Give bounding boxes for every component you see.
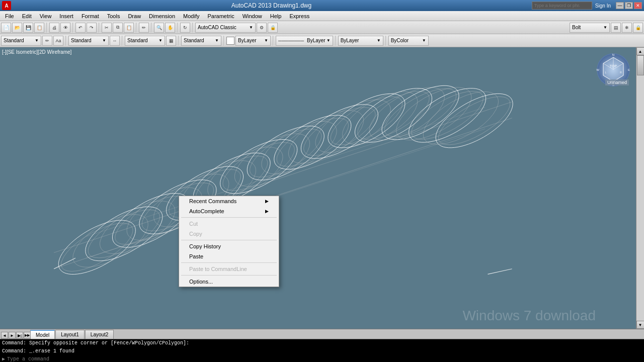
table-style-btn[interactable]: ▦ xyxy=(166,36,176,46)
annotate-dropdown-1[interactable]: Standard ▼ xyxy=(1,36,41,46)
tab-nav-end[interactable]: ▶▶ xyxy=(24,332,31,339)
lineweight-dropdown[interactable]: ByLayer ▼ xyxy=(338,36,383,46)
sep8 xyxy=(65,36,66,46)
new-button[interactable]: 📄 xyxy=(1,23,11,33)
annotate-dropdown-2[interactable]: Standard ▼ xyxy=(68,36,109,46)
annotate-btn-1[interactable]: ✏ xyxy=(42,36,52,46)
ctx-options[interactable]: Options... xyxy=(179,277,279,287)
menu-window[interactable]: Window xyxy=(238,11,266,21)
color-dropdown[interactable]: ByLayer ▼ xyxy=(235,36,271,46)
tab-nav-left[interactable]: ◄ xyxy=(1,332,8,339)
menu-view[interactable]: View xyxy=(36,11,56,21)
svg-point-16 xyxy=(266,105,359,180)
workspace-settings-btn[interactable]: ⚙ xyxy=(257,23,267,33)
menu-help[interactable]: Help xyxy=(266,11,286,21)
svg-text:E: E xyxy=(628,68,630,71)
sign-in-button[interactable]: Sign In xyxy=(595,3,611,9)
sep5 xyxy=(151,23,152,33)
sep12 xyxy=(273,36,274,46)
command-line-1: Command: Specify opposite corner or [Fen… xyxy=(2,340,642,346)
bylayer-color-btn[interactable] xyxy=(226,37,234,45)
3dorbit-btn[interactable]: ↻ xyxy=(180,23,190,33)
menu-dimension[interactable]: Dimension xyxy=(145,11,179,21)
color-dropdown-arrow: ▼ xyxy=(264,38,268,43)
tab-nav-arrows: ◄ ► ▶| ▶▶ xyxy=(1,332,31,339)
save-as-button[interactable]: 📋 xyxy=(34,23,44,33)
scroll-down-button[interactable]: ▼ xyxy=(636,321,645,329)
scroll-thumb-right[interactable] xyxy=(637,55,644,75)
cut-button[interactable]: ✂ xyxy=(102,23,112,33)
ctx-sep-1 xyxy=(181,217,277,218)
plotstyle-dropdown[interactable]: ByColor ▼ xyxy=(388,36,429,46)
scroll-up-button[interactable]: ▲ xyxy=(636,47,645,55)
svg-line-31 xyxy=(54,102,512,253)
sep2 xyxy=(72,23,73,33)
command-input[interactable] xyxy=(7,356,642,362)
search-input[interactable] xyxy=(534,3,580,8)
svg-point-23 xyxy=(351,82,436,148)
matchprop-button[interactable]: ✏ xyxy=(139,23,149,33)
ctx-recent-commands[interactable]: Recent Commands ▶ xyxy=(179,196,279,206)
tab-model[interactable]: Model xyxy=(30,330,55,339)
menu-parametric[interactable]: Parametric xyxy=(203,11,238,21)
ctx-paste[interactable]: Paste xyxy=(179,251,279,261)
layer-lock-btn[interactable]: 🔒 xyxy=(633,23,643,33)
sep6 xyxy=(177,23,178,33)
tab-layout1[interactable]: Layout1 xyxy=(55,330,85,339)
layer-freeze-btn[interactable]: ❄ xyxy=(622,23,632,33)
tab-nav-right1[interactable]: ► xyxy=(9,332,16,339)
menu-edit[interactable]: Edit xyxy=(18,11,36,21)
redo-button[interactable]: ↷ xyxy=(87,23,97,33)
annotate-dropdown-2-arrow: ▼ xyxy=(102,38,106,43)
menu-insert[interactable]: Insert xyxy=(55,11,77,21)
drawing-canvas[interactable]: [-][SE Isometric][2D Wireframe] .spring-… xyxy=(0,47,636,329)
sep4 xyxy=(136,23,137,33)
layer-dropdown[interactable]: Bolt ▼ xyxy=(570,23,610,33)
tab-layout2[interactable]: Layout2 xyxy=(85,330,114,339)
annotate-dropdown-4[interactable]: Standard ▼ xyxy=(181,36,221,46)
copy-button[interactable]: ⧉ xyxy=(113,23,123,33)
undo-button[interactable]: ↶ xyxy=(75,23,86,33)
menu-tools[interactable]: Tools xyxy=(103,11,124,21)
view-cube[interactable]: TOP L R N S W E Unnamed xyxy=(596,52,631,87)
zoom-btn[interactable]: 🔍 xyxy=(154,23,164,33)
app-title: AutoCAD 2013 Drawing1.dwg xyxy=(231,2,311,9)
workspace-lock-btn[interactable]: 🔒 xyxy=(268,23,278,33)
spring-drawing: .spring-line { stroke: #fff; stroke-widt… xyxy=(0,47,636,329)
workspace-dropdown[interactable]: AutoCAD Classic ▼ xyxy=(195,23,256,33)
recent-commands-arrow: ▶ xyxy=(265,199,269,204)
command-input-row[interactable]: ▶ xyxy=(2,356,642,362)
ctx-copy-history[interactable]: Copy History xyxy=(179,241,279,251)
ctx-autocomplete[interactable]: AutoComplete ▶ xyxy=(179,206,279,216)
tab-nav-right2[interactable]: ▶| xyxy=(16,332,23,339)
print-preview-button[interactable]: 👁 xyxy=(60,23,70,33)
paste-button[interactable]: 📋 xyxy=(124,23,134,33)
command-text-2: Command: _.erase 1 found xyxy=(2,348,74,354)
svg-line-33 xyxy=(86,129,485,258)
workspace-dropdown-arrow: ▼ xyxy=(249,25,253,30)
plotstyle-dropdown-arrow: ▼ xyxy=(422,38,426,43)
menu-file[interactable]: File xyxy=(1,11,18,21)
pan-btn[interactable]: ✋ xyxy=(165,23,175,33)
annotate-dropdown-3[interactable]: Standard ▼ xyxy=(125,36,165,46)
annotate-btn-2[interactable]: Aa xyxy=(53,36,63,46)
scroll-track-right[interactable] xyxy=(636,55,644,321)
menu-bar: File Edit View Insert Format Tools Draw … xyxy=(0,11,644,21)
title-bar: A AutoCAD 2013 Drawing1.dwg Sign In — ❐ … xyxy=(0,0,644,11)
toolbar-row-1: 📄 📂 💾 📋 🖨 👁 ↶ ↷ ✂ ⧉ 📋 ✏ 🔍 ✋ ↻ AutoCAD Cl… xyxy=(0,21,644,34)
menu-modify[interactable]: Modify xyxy=(179,11,203,21)
print-button[interactable]: 🖨 xyxy=(49,23,59,33)
close-button[interactable]: ✕ xyxy=(634,2,642,9)
minimize-button[interactable]: — xyxy=(616,2,624,9)
menu-format[interactable]: Format xyxy=(77,11,103,21)
menu-draw[interactable]: Draw xyxy=(124,11,145,21)
save-button[interactable]: 💾 xyxy=(23,23,33,33)
linetype-dropdown[interactable]: ──────── ByLayer ▼ xyxy=(276,36,333,46)
linetype-dropdown-arrow: ▼ xyxy=(327,38,331,43)
title-bar-left: A xyxy=(2,1,11,10)
open-button[interactable]: 📂 xyxy=(12,23,22,33)
menu-express[interactable]: Express xyxy=(285,11,313,21)
restore-button[interactable]: ❐ xyxy=(625,2,633,9)
layer-btn[interactable]: ▤ xyxy=(611,23,621,33)
annotate-btn-3[interactable]: ↔ xyxy=(110,36,120,46)
